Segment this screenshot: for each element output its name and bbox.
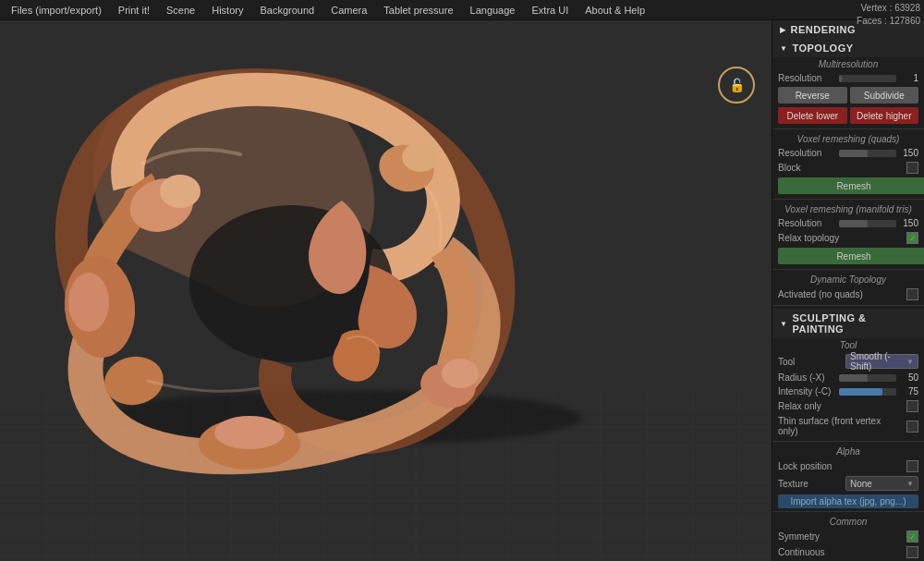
topology-arrow-icon: ▼ [780, 44, 787, 53]
texture-label: Texture [778, 479, 842, 489]
symmetry-label: Symmetry [778, 531, 903, 542]
continuous-checkbox[interactable] [906, 546, 918, 558]
radius-row: Radius (-X) 50 [772, 371, 924, 384]
faces-info: Faces : 127860 [857, 15, 920, 28]
texture-value: None [850, 479, 872, 489]
tool-dropdown-arrow-icon: ▼ [906, 358, 914, 366]
voxel-manifold-label: Voxel remeshing (manifold tris) [772, 202, 924, 216]
resolution-manifold-slider[interactable] [839, 220, 896, 227]
topology-section-header[interactable]: ▼ TOPOLOGY [772, 39, 924, 57]
resolution-slider[interactable] [839, 75, 896, 82]
tool-value: Smooth (-Shift) [850, 351, 906, 372]
block-checkbox[interactable] [906, 162, 918, 174]
relax-topology-checkbox[interactable]: ✓ [906, 232, 918, 244]
resolution-manifold-row: Resolution 150 [772, 216, 924, 230]
alpha-label: Alpha [772, 445, 924, 458]
menu-tablet[interactable]: Tablet pressure [376, 3, 460, 18]
common-label: Common [772, 515, 924, 529]
activated-row: Activated (no quads) [772, 287, 924, 302]
resolution-quads-slider[interactable] [839, 150, 896, 157]
remesh-quads-button[interactable]: Remesh [778, 177, 924, 194]
menu-scene[interactable]: Scene [159, 3, 202, 18]
symmetry-checkbox[interactable]: ✓ [906, 531, 918, 543]
sidebar: ▶ RENDERING ▼ TOPOLOGY Multiresolution R… [772, 20, 924, 561]
block-label: Block [778, 163, 903, 173]
remesh-manifold-button[interactable]: Remesh [778, 248, 924, 264]
resolution-row: Resolution 1 [772, 71, 924, 85]
menu-about[interactable]: About & Help [578, 3, 652, 18]
resolution-quads-row: Resolution 150 [772, 146, 924, 160]
intensity-row: Intensity (-C) 75 [772, 384, 924, 398]
menu-background[interactable]: Background [252, 3, 322, 18]
rendering-arrow-icon: ▶ [780, 26, 786, 34]
dynamic-topology-label: Dynamic Topology [772, 273, 924, 287]
texture-dropdown-arrow-icon: ▼ [906, 480, 914, 488]
menu-camera[interactable]: Camera [323, 3, 374, 18]
intensity-label: Intensity (-C) [778, 386, 835, 396]
resolution-value: 1 [900, 73, 918, 83]
subdivide-button[interactable]: Subdivide [850, 87, 919, 104]
radius-value: 50 [900, 372, 918, 383]
reverse-button[interactable]: Reverse [778, 87, 847, 104]
rendering-label: RENDERING [791, 24, 857, 35]
svg-point-36 [68, 273, 109, 332]
relax-only-label: Relax only [778, 401, 903, 411]
thin-surface-row: Thin surface (front vertex only) [772, 414, 924, 438]
tool-dropdown[interactable]: Smooth (-Shift) ▼ [845, 354, 918, 369]
vertex-info: Vertex : 63928 [857, 2, 920, 15]
menu-bar: Files (import/export) Print it! Scene Hi… [0, 0, 924, 20]
lock-position-label: Lock position [778, 461, 903, 471]
tool-section-label: Tool [772, 338, 924, 352]
svg-point-29 [160, 175, 201, 208]
sculpting-arrow-icon: ▼ [780, 320, 787, 328]
menu-language[interactable]: Language [463, 3, 523, 18]
svg-point-38 [214, 416, 285, 449]
import-alpha-button[interactable]: Import alpha tex (jpg, png...) [778, 494, 918, 508]
intensity-value: 75 [900, 386, 918, 396]
resolution-label: Resolution [778, 73, 835, 83]
svg-point-34 [442, 359, 479, 388]
resolution-manifold-label: Resolution [778, 218, 835, 228]
texture-row: Texture None ▼ [772, 474, 924, 493]
sculpting-section-header[interactable]: ▼ SCULPTING & PAINTING [772, 309, 924, 338]
continuous-label: Continuous [778, 547, 903, 557]
relax-topology-label: Relax topology [778, 233, 903, 243]
lock-circle-indicator: 🔓 [718, 67, 755, 104]
reverse-subdivide-row: Reverse Subdivide [772, 85, 924, 105]
voxel-quads-label: Voxel remeshing (quads) [772, 132, 924, 146]
tool-label: Tool [778, 357, 842, 367]
menu-files[interactable]: Files (import/export) [4, 3, 109, 18]
menu-extra-ui[interactable]: Extra UI [524, 3, 576, 18]
resolution-quads-label: Resolution [778, 148, 835, 158]
topology-label: TOPOLOGY [792, 43, 853, 54]
lock-position-checkbox[interactable] [906, 460, 918, 472]
activated-checkbox[interactable] [906, 288, 918, 300]
intensity-slider[interactable] [839, 388, 896, 396]
viewport[interactable]: 🔓 [0, 20, 772, 561]
menu-history[interactable]: History [204, 3, 250, 18]
texture-dropdown[interactable]: None ▼ [845, 476, 918, 491]
continuous-row: Continuous [772, 544, 924, 560]
symmetry-row: Symmetry ✓ [772, 529, 924, 544]
relax-only-row: Relax only [772, 398, 924, 414]
tool-dropdown-row: Tool Smooth (-Shift) ▼ [772, 352, 924, 371]
vertex-face-info: Vertex : 63928 Faces : 127860 [857, 2, 920, 28]
sculpting-label: SCULPTING & PAINTING [792, 312, 917, 335]
resolution-quads-value: 150 [900, 148, 918, 158]
svg-point-31 [402, 142, 439, 172]
delete-lower-button[interactable]: Delete lower [778, 107, 847, 124]
menu-print[interactable]: Print it! [111, 3, 157, 18]
relax-only-checkbox[interactable] [906, 400, 918, 412]
thin-surface-checkbox[interactable] [906, 421, 918, 433]
activated-label: Activated (no quads) [778, 289, 903, 299]
multiresolution-label: Multiresolution [772, 57, 924, 71]
radius-label: Radius (-X) [778, 372, 835, 383]
thin-surface-label: Thin surface (front vertex only) [778, 416, 903, 436]
lock-position-row: Lock position [772, 458, 924, 474]
delete-lower-higher-row: Delete lower Delete higher [772, 105, 924, 126]
relax-topology-row: Relax topology ✓ [772, 230, 924, 246]
delete-higher-button[interactable]: Delete higher [850, 107, 919, 124]
block-row: Block [772, 160, 924, 176]
resolution-manifold-value: 150 [900, 218, 918, 228]
radius-slider[interactable] [839, 374, 896, 382]
